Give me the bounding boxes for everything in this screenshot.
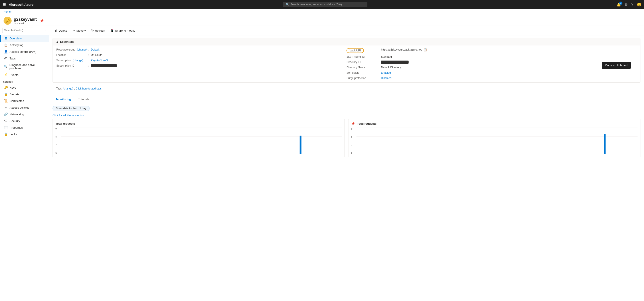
additional-metrics-link[interactable]: Click for additional metrics. bbox=[52, 113, 640, 119]
location-value: UK South bbox=[91, 54, 102, 57]
settings-section-title: Settings bbox=[0, 78, 49, 84]
resource-group-value[interactable]: Default bbox=[91, 48, 99, 51]
pin-icon[interactable]: 📌 bbox=[40, 19, 44, 23]
sidebar-item-keys[interactable]: 🔑 Keys bbox=[0, 84, 49, 91]
sidebar-item-access-control[interactable]: 👤 Access control (IAM) bbox=[0, 48, 49, 55]
sidebar-item-locks[interactable]: 🔓 Locks bbox=[0, 131, 49, 138]
subscription-value[interactable]: Pay-As-You-Go bbox=[91, 59, 109, 62]
share-label: Share to mobile bbox=[115, 29, 135, 32]
essentials-panel: ▲ Essentials Resource group (change) : D… bbox=[52, 38, 640, 83]
access-policies-icon: ≡ bbox=[4, 106, 8, 109]
secrets-icon: 🔒 bbox=[4, 92, 8, 96]
sidebar-item-label-tags: Tags bbox=[10, 57, 16, 60]
sidebar-item-label-activity-log: Activity log bbox=[10, 44, 23, 47]
breadcrumb-home[interactable]: Home bbox=[4, 10, 11, 13]
essentials-body: Resource group (change) : Default Locati… bbox=[53, 46, 640, 82]
move-icon: → bbox=[72, 29, 76, 32]
essentials-collapse-icon: ▲ bbox=[56, 40, 59, 44]
tags-icon: 🏷 bbox=[4, 57, 8, 60]
chart1-title: Total requests bbox=[56, 122, 342, 125]
sidebar-item-tags[interactable]: 🏷 Tags bbox=[0, 55, 49, 62]
essentials-header[interactable]: ▲ Essentials bbox=[53, 38, 640, 46]
sidebar-search-input[interactable] bbox=[2, 28, 34, 33]
sidebar-item-overview[interactable]: ⊞ Overview bbox=[0, 35, 49, 42]
delete-button[interactable]: 🗑 Delete bbox=[52, 28, 70, 33]
directory-id-value: •••••••••••••••••••••••••••••• bbox=[381, 61, 408, 64]
vault-uri-value: https://g2skeyvault.vault.azure.net/ bbox=[381, 48, 422, 51]
notifications-icon[interactable]: 🔔 4 bbox=[617, 3, 621, 7]
breadcrumb-separator: › bbox=[12, 11, 12, 13]
chart-pin-icon[interactable]: 📌 bbox=[351, 122, 355, 125]
sidebar-item-networking[interactable]: 🔗 Networking bbox=[0, 111, 49, 118]
tags-change-link[interactable]: (change) bbox=[62, 87, 73, 90]
show-data-bar: Show data for last : 1 day bbox=[52, 106, 640, 111]
resource-type: Key vault bbox=[14, 22, 37, 25]
sidebar-search-area: « bbox=[0, 26, 49, 35]
sku-value: Standard bbox=[381, 55, 392, 58]
directory-id-row: Directory ID : •••••••••••••••••••••••••… bbox=[346, 61, 637, 64]
keys-icon: 🔑 bbox=[4, 86, 8, 89]
certificates-icon: 📜 bbox=[4, 99, 8, 103]
chart-total-requests-2: 📌 Total requests 9 8 7 6 bbox=[348, 119, 640, 157]
access-control-icon: 👤 bbox=[4, 50, 8, 54]
sidebar-collapse-icon[interactable]: « bbox=[45, 29, 46, 32]
share-mobile-button[interactable]: 📱 Share to mobile bbox=[108, 28, 138, 33]
mobile-icon: 📱 bbox=[110, 29, 114, 32]
chart1-area: 9 8 7 6 bbox=[56, 128, 342, 154]
sidebar-item-diagnose[interactable]: 🔍 Diagnose and solve problems bbox=[0, 62, 49, 72]
delete-icon: 🗑 bbox=[55, 29, 58, 32]
account-icon[interactable]: 😊 bbox=[637, 3, 641, 7]
main-layout: « ⊞ Overview 📋 Activity log 👤 Access con… bbox=[0, 26, 644, 301]
sidebar-item-label-locks: Locks bbox=[10, 133, 17, 136]
show-data-button[interactable]: Show data for last : 1 day bbox=[52, 106, 90, 111]
sidebar-item-label-access-control: Access control (IAM) bbox=[10, 50, 36, 54]
tab-monitoring[interactable]: Monitoring bbox=[52, 96, 74, 103]
sidebar-item-label-overview: Overview bbox=[10, 37, 22, 40]
security-icon: 🛡 bbox=[4, 119, 8, 123]
tags-colon: : bbox=[74, 87, 75, 90]
sidebar-item-label-security: Security bbox=[10, 119, 20, 123]
tags-add-link[interactable]: Click here to add tags bbox=[76, 87, 102, 90]
properties-icon: 📊 bbox=[4, 126, 8, 129]
sidebar-item-properties[interactable]: 📊 Properties bbox=[0, 124, 49, 131]
menu-icon[interactable]: ☰ bbox=[3, 3, 6, 7]
tags-row: Tags (change) : Click here to add tags bbox=[52, 85, 640, 93]
topbar-actions: 🔔 4 ⚙ ? 😊 bbox=[617, 3, 641, 7]
events-icon: ⚡ bbox=[4, 73, 8, 77]
app-title: Microsoft Azure bbox=[8, 3, 34, 7]
sidebar-item-events[interactable]: ⚡ Events bbox=[0, 72, 49, 78]
content-area: 🗑 Delete → Move ▾ ↻ Refresh 📱 Share to m… bbox=[49, 26, 644, 301]
sidebar-item-access-policies[interactable]: ≡ Access policies bbox=[0, 104, 49, 111]
overview-icon: ⊞ bbox=[4, 37, 8, 40]
directory-name-value: Default Directory bbox=[381, 66, 401, 69]
settings-icon[interactable]: ⚙ bbox=[625, 3, 628, 7]
resource-group-label: Resource group (change) bbox=[56, 48, 88, 51]
key-vault-icon: 🔑 bbox=[5, 18, 10, 23]
tab-bar: Monitoring Tutorials bbox=[52, 96, 640, 103]
show-data-label: Show data for last : bbox=[56, 107, 79, 110]
sidebar-item-certificates[interactable]: 📜 Certificates bbox=[0, 98, 49, 104]
monitoring-section: Monitoring Tutorials Show data for last … bbox=[49, 96, 644, 119]
sidebar-item-label-certificates: Certificates bbox=[10, 99, 24, 103]
resource-group-row: Resource group (change) : Default bbox=[56, 48, 346, 51]
vault-uri-copy-icon[interactable]: 📋 bbox=[424, 48, 427, 52]
soft-delete-label: Soft-delete bbox=[346, 71, 378, 74]
refresh-button[interactable]: ↻ Refresh bbox=[89, 28, 107, 33]
directory-name-label: Directory Name bbox=[346, 66, 378, 69]
sidebar-item-activity-log[interactable]: 📋 Activity log bbox=[0, 42, 49, 48]
search-placeholder: Search resources, services, and docs (G+… bbox=[290, 3, 342, 6]
tab-tutorials[interactable]: Tutorials bbox=[74, 96, 92, 103]
sidebar-item-label-access-policies: Access policies bbox=[10, 106, 29, 109]
resource-name: g2skeyvault bbox=[14, 17, 37, 22]
sidebar-item-secrets[interactable]: 🔒 Secrets bbox=[0, 91, 49, 98]
chart2-title: 📌 Total requests bbox=[351, 122, 638, 125]
subscription-change-link[interactable]: (change) bbox=[72, 59, 83, 62]
sidebar-item-security[interactable]: 🛡 Security bbox=[0, 118, 49, 124]
resource-group-change-link[interactable]: (change) bbox=[77, 48, 88, 51]
help-icon[interactable]: ? bbox=[631, 3, 633, 7]
directory-id-label: Directory ID bbox=[346, 61, 378, 64]
global-search-bar[interactable]: 🔍 Search resources, services, and docs (… bbox=[283, 2, 368, 7]
move-button[interactable]: → Move ▾ bbox=[70, 28, 88, 33]
sidebar-item-label-secrets: Secrets bbox=[10, 93, 19, 96]
purge-protection-row: Purge protection : Disabled bbox=[346, 77, 637, 80]
